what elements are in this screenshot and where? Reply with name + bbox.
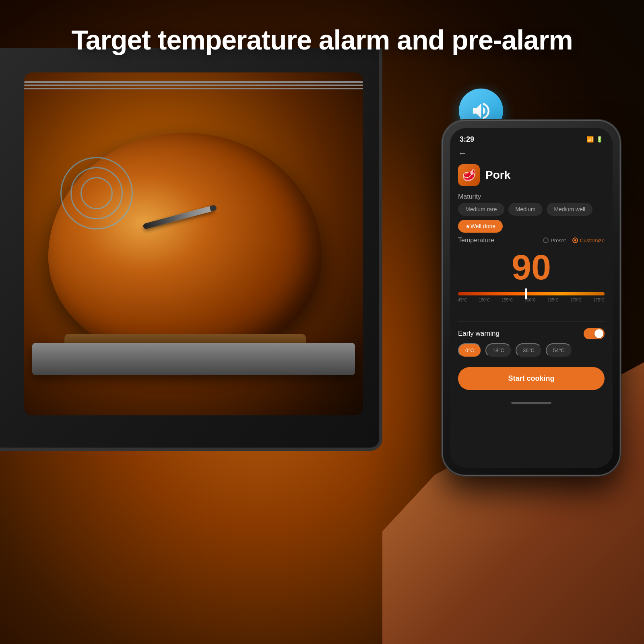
phone-frame: 3:29 📶 🔋 ← 🥩 Pork Maturity Medium r [443,121,620,475]
maturity-well-done[interactable]: ★Well done [458,220,503,233]
early-warning-row: Early warning [450,326,613,343]
phone-mockup: 3:29 📶 🔋 ← 🥩 Pork Maturity Medium r [443,121,620,475]
home-bar [511,402,551,404]
baking-tray [32,343,355,375]
slider-track[interactable] [458,292,605,295]
temperature-slider[interactable]: 45°C 150°C 155°C 160°C 165°C 170°C 175°C [450,292,613,316]
back-row[interactable]: ← [450,146,613,161]
food-name: Pork [485,169,510,182]
food-header: 🥩 Pork [450,161,613,189]
preset-radio[interactable] [543,237,549,243]
toggle-knob [594,329,603,338]
customize-radio[interactable] [572,237,578,243]
temperature-section: Temperature Preset Customize 90 [450,237,613,285]
preset-label: Preset [551,237,566,244]
maturity-medium[interactable]: Medium [508,203,543,216]
status-icons: 📶 🔋 [587,136,603,142]
degree-36[interactable]: 36°C [516,343,542,357]
maturity-section-label: Maturity [450,189,613,203]
customize-label: Customize [580,237,605,244]
warning-degrees: 0°C 18°C 36°C 54°C [450,343,613,364]
wifi-icon: 📶 [587,136,594,142]
slider-tick-labels: 45°C 150°C 155°C 160°C 165°C 170°C 175°C [458,295,605,302]
maturity-medium-well[interactable]: Medium well [547,203,592,216]
degree-18[interactable]: 18°C [485,343,512,357]
oven-interior [24,72,363,415]
temperature-label-row: Temperature Preset Customize [458,237,605,244]
start-cooking-button[interactable]: Start cooking [458,367,605,390]
degree-0[interactable]: 0°C [458,343,481,357]
tick-6: 175°C [593,298,605,302]
main-title: Target temperature alarm and pre-alarm [0,24,644,56]
temperature-label: Temperature [458,237,494,244]
signal-waves [56,153,137,233]
tick-0: 45°C [458,298,467,302]
battery-icon: 🔋 [596,136,603,142]
back-arrow-icon[interactable]: ← [458,148,467,158]
early-warning-label: Early warning [458,330,500,338]
preset-option[interactable]: Preset [543,237,566,244]
degree-54[interactable]: 54°C [546,343,572,357]
tick-2: 155°C [502,298,513,302]
oven-frame [0,48,382,451]
tick-1: 150°C [479,298,490,302]
oven-rack [24,80,363,97]
tick-5: 170°C [570,298,582,302]
divider-1 [458,321,605,322]
wave-3 [60,157,133,229]
maturity-options: Medium rare Medium Medium well ★Well don… [450,203,613,237]
early-warning-toggle[interactable] [584,328,605,339]
phone-screen: 3:29 📶 🔋 ← 🥩 Pork Maturity Medium r [450,128,613,468]
food-emoji: 🥩 [462,169,476,182]
home-indicator [450,398,613,409]
speaker-icon [470,100,492,122]
phone-notch [503,128,559,139]
food-icon: 🥩 [458,164,480,186]
status-time: 3:29 [460,135,474,144]
slider-handle[interactable] [525,288,527,299]
temperature-options: Preset Customize [543,237,605,244]
tick-4: 165°C [547,298,559,302]
maturity-medium-rare[interactable]: Medium rare [458,203,504,216]
temperature-value: 90 [458,246,605,285]
customize-option[interactable]: Customize [572,237,605,244]
